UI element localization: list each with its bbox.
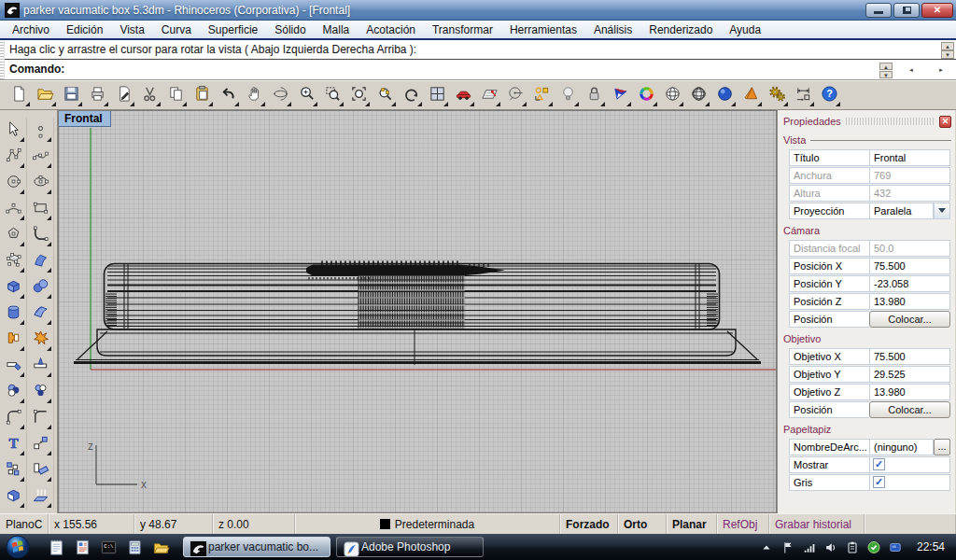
undo-button[interactable] — [215, 82, 241, 108]
cut-button[interactable] — [136, 82, 162, 108]
circles-a-button[interactable] — [0, 379, 27, 405]
sphere-grid-button[interactable] — [685, 82, 711, 108]
boolean-button[interactable] — [0, 327, 27, 353]
folder-ql-icon[interactable] — [151, 538, 170, 556]
osnap-button[interactable] — [528, 82, 555, 108]
menu-so-lido[interactable]: Sólido — [266, 21, 314, 38]
menu-renderizado[interactable]: Renderizado — [640, 21, 721, 38]
cylinder-button[interactable] — [0, 301, 27, 327]
prompt-next-arrow[interactable]: ► — [934, 63, 949, 78]
status-segment-refobj[interactable]: RefObj — [717, 514, 769, 534]
select-button[interactable] — [0, 118, 27, 144]
circle-button[interactable] — [0, 170, 27, 196]
arc-button[interactable] — [0, 196, 27, 222]
render-logo-button[interactable] — [607, 82, 633, 108]
minimize-button[interactable] — [865, 3, 892, 18]
prop-value-nombredearc[interactable]: (ninguno) — [869, 439, 934, 455]
prop-value-posicio-n-z[interactable]: 13.980 — [869, 293, 950, 310]
prop-value-ti-tulo[interactable]: Frontal — [869, 149, 950, 166]
split-button[interactable] — [27, 353, 54, 379]
status-segment-forzado[interactable]: Forzado — [560, 514, 618, 534]
command-scroll-down[interactable]: ▼ — [941, 50, 954, 59]
curve-button[interactable] — [0, 144, 27, 170]
undo-view-button[interactable] — [398, 82, 424, 108]
gears-button[interactable] — [764, 82, 790, 108]
command-scroll-up[interactable]: ▲ — [941, 42, 954, 50]
prop-dropdown-proyeccio-n-chevron-down-icon[interactable] — [934, 203, 950, 219]
menu-curva[interactable]: Curva — [153, 21, 200, 38]
srf-curved-button[interactable] — [27, 248, 54, 274]
fillet-button[interactable] — [0, 405, 27, 431]
prop-value-objetivo-y[interactable]: 29.525 — [869, 366, 950, 383]
named-view-car-button[interactable] — [450, 82, 476, 108]
taskbar-task-parker-vacumatic-bo[interactable]: parker vacumatic bo... — [183, 537, 330, 557]
restore-button[interactable] — [893, 3, 920, 18]
point-button[interactable] — [27, 118, 54, 144]
lock-button[interactable] — [581, 82, 607, 108]
tray-up-icon[interactable] — [759, 539, 774, 554]
menu-vista[interactable]: Vista — [111, 21, 152, 38]
properties-close-button[interactable]: ✕ — [939, 116, 951, 128]
sphere-render-button[interactable] — [711, 82, 738, 108]
tray-net-icon[interactable] — [802, 539, 817, 554]
tray-green-icon[interactable] — [866, 539, 881, 554]
polygon-button[interactable] — [0, 222, 27, 248]
cplane-button[interactable] — [502, 82, 528, 108]
properties-header[interactable]: Propiedades ✕ — [783, 114, 951, 129]
extrude-button[interactable] — [27, 483, 54, 510]
cplane-map-button[interactable] — [476, 82, 502, 108]
export-button[interactable] — [110, 82, 136, 108]
zoom-extents-button[interactable] — [345, 82, 372, 108]
cone-button[interactable] — [738, 82, 764, 108]
srf-points-button[interactable] — [0, 248, 27, 274]
save-button[interactable] — [58, 82, 84, 108]
color-wheel-button[interactable] — [633, 82, 659, 108]
dimension-button[interactable] — [790, 82, 816, 108]
tray-clip-icon[interactable] — [845, 539, 860, 554]
colocar-button-ca-mara[interactable]: Colocar... — [869, 311, 950, 328]
menu-malla[interactable]: Malla — [315, 21, 358, 38]
prop-value-posicio-n-x[interactable]: 75.500 — [869, 258, 950, 274]
spheres-button[interactable] — [27, 274, 54, 301]
ellipse-button[interactable] — [27, 170, 54, 196]
zoom-window-button[interactable] — [319, 82, 345, 108]
blend-button[interactable] — [27, 222, 54, 248]
open-button[interactable] — [32, 82, 58, 108]
srf-sweep-button[interactable] — [27, 301, 54, 327]
help-button[interactable]: ? — [816, 82, 842, 108]
viewport-frontal[interactable]: Frontal — [58, 110, 777, 513]
text-button[interactable]: T — [0, 431, 27, 457]
command-prompt[interactable]: Comando: — [0, 60, 956, 79]
viewport-tab-frontal[interactable]: Frontal — [59, 111, 111, 127]
menu-herramientas[interactable]: Herramientas — [501, 21, 585, 38]
menu-acotacio-n[interactable]: Acotación — [358, 21, 424, 38]
prop-value-posicio-n-y[interactable]: -23.058 — [869, 275, 950, 292]
prompt-prev-arrow[interactable]: ◄ — [904, 63, 919, 78]
docviewer-icon[interactable] — [73, 538, 91, 556]
fillet-d-button[interactable] — [27, 405, 54, 431]
notepad-icon[interactable] — [47, 538, 65, 556]
paste-button[interactable] — [189, 82, 215, 108]
status-segment-orto[interactable]: Orto — [618, 514, 667, 534]
browse-file-button[interactable]: ... — [934, 439, 950, 455]
status-segment-grabar-historial[interactable]: Grabar historial — [769, 514, 865, 534]
status-segment-planoc[interactable]: PlanoC — [0, 514, 49, 534]
blocks-button[interactable] — [0, 457, 27, 483]
prop-value-objetivo-z[interactable]: 13.980 — [869, 384, 950, 400]
prop-value-objetivo-x[interactable]: 75.500 — [869, 348, 950, 365]
array-button[interactable] — [27, 457, 54, 483]
sphere-wire-button[interactable] — [659, 82, 685, 108]
taskbar-task-adobe-photoshop[interactable]: Adobe Photoshop — [336, 537, 484, 557]
zoom-selected-button[interactable] — [372, 82, 398, 108]
new-file-button[interactable] — [6, 82, 32, 108]
cmd-icon[interactable]: C:\ — [99, 538, 118, 556]
checkbox-gris[interactable]: ✓ — [873, 476, 885, 488]
circles-b-button[interactable] — [27, 379, 54, 405]
command-grip[interactable] — [0, 40, 5, 79]
box-button[interactable] — [0, 274, 27, 301]
command-history-line[interactable]: Haga clic y arrastre el cursor para rota… — [0, 40, 956, 60]
trim-button[interactable] — [0, 353, 27, 379]
lamp-button[interactable] — [555, 82, 581, 108]
curve-interp-button[interactable] — [27, 144, 54, 170]
colocar-button-objetivo[interactable]: Colocar... — [869, 401, 950, 418]
